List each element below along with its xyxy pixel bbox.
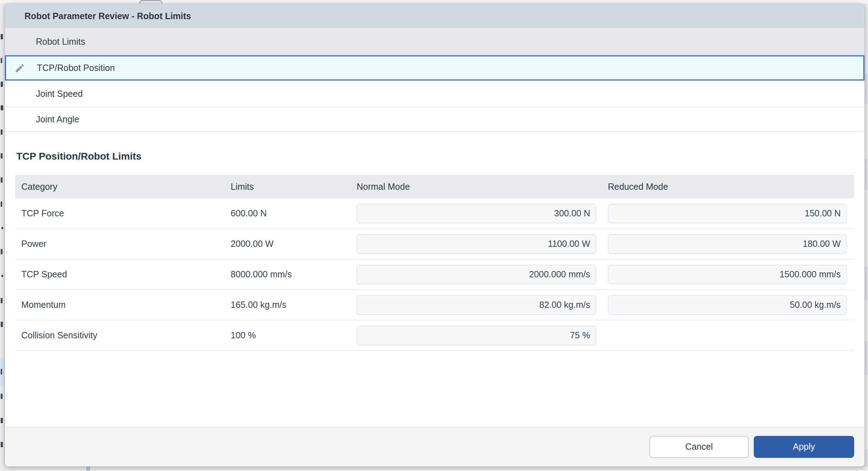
background-panel-fragment	[865, 74, 868, 104]
table-row: Collision Sensitivity 100 %	[15, 320, 854, 351]
background-text-fragment	[1, 227, 3, 229]
limit-value: 8000.000 mm/s	[231, 269, 357, 279]
nav-item-label: Joint Angle	[36, 114, 79, 124]
power-normal-input[interactable]	[357, 234, 596, 254]
background-panel-fragment	[865, 159, 868, 190]
background-text-fragment	[1, 82, 3, 87]
nav-item-joint-angle[interactable]: Joint Angle	[5, 107, 864, 132]
tcp-force-reduced-input[interactable]	[608, 204, 847, 223]
cancel-button[interactable]: Cancel	[649, 436, 749, 458]
apply-button[interactable]: Apply	[754, 436, 854, 458]
power-reduced-input[interactable]	[608, 234, 847, 254]
category-label: Momentum	[15, 300, 231, 310]
background-window-top-strip	[0, 0, 868, 4]
background-text-fragment	[1, 394, 2, 399]
background-text-fragment	[1, 322, 3, 327]
column-header-normal-mode: Normal Mode	[357, 182, 596, 192]
category-label: Collision Sensitivity	[15, 330, 231, 340]
edit-pencil-icon	[15, 63, 25, 73]
dialog-content: TCP Position/Robot Limits Category Limit…	[5, 132, 864, 427]
nav-item-robot-limits[interactable]: Robot Limits	[5, 28, 864, 55]
background-tab-bottom-fragment	[86, 467, 90, 471]
nav-group-label: Robot Limits	[36, 37, 85, 47]
category-label: TCP Force	[15, 208, 231, 218]
background-text-fragment	[1, 275, 3, 277]
category-label: TCP Speed	[15, 269, 231, 279]
table-header-row: Category Limits Normal Mode Reduced Mode	[15, 175, 854, 198]
background-text-fragment	[1, 442, 3, 447]
background-text-fragment	[1, 34, 3, 39]
column-header-reduced-mode: Reduced Mode	[608, 182, 847, 192]
robot-parameter-review-dialog: Robot Parameter Review - Robot Limits Ro…	[5, 4, 865, 467]
background-text-fragment	[1, 129, 2, 135]
background-text-fragment	[1, 201, 2, 207]
nav-item-tcp-robot-position[interactable]: TCP/Robot Position	[5, 55, 864, 81]
column-header-limits: Limits	[231, 182, 357, 192]
limit-value: 165.00 kg.m/s	[231, 300, 357, 310]
background-text-fragment	[1, 418, 3, 423]
collision-sensitivity-normal-input[interactable]	[357, 326, 596, 345]
tcp-force-normal-input[interactable]	[357, 204, 596, 223]
nav-item-label: TCP/Robot Position	[37, 63, 115, 73]
background-text-fragment	[1, 298, 2, 303]
nav-item-label: Joint Speed	[36, 89, 83, 99]
section-heading: TCP Position/Robot Limits	[16, 151, 854, 162]
tcp-speed-normal-input[interactable]	[357, 265, 596, 284]
nav-item-joint-speed[interactable]: Joint Speed	[5, 81, 864, 107]
background-text-fragment	[1, 153, 2, 159]
tcp-speed-reduced-input[interactable]	[608, 265, 847, 284]
category-label: Power	[15, 239, 231, 249]
background-panel-fragment	[865, 341, 868, 375]
table-row: Momentum 165.00 kg.m/s	[15, 290, 854, 320]
dialog-title: Robot Parameter Review - Robot Limits	[24, 11, 191, 21]
limit-value: 600.00 N	[231, 208, 357, 218]
momentum-normal-input[interactable]	[357, 295, 596, 315]
dialog-footer: Cancel Apply	[5, 427, 864, 466]
table-row: TCP Speed 8000.000 mm/s	[15, 259, 854, 290]
background-text-fragment	[1, 369, 2, 375]
background-text-fragment	[1, 58, 2, 63]
table-row: Power 2000.00 W	[15, 229, 854, 259]
background-text-fragment	[1, 105, 3, 110]
background-panel-fragment	[865, 450, 868, 467]
background-text-fragment	[1, 249, 2, 254]
background-text-fragment	[1, 177, 2, 183]
background-panel-fragment	[865, 267, 868, 300]
table-row: TCP Force 600.00 N	[15, 198, 854, 229]
limit-value: 100 %	[231, 330, 357, 340]
limit-value: 2000.00 W	[231, 239, 357, 249]
momentum-reduced-input[interactable]	[608, 295, 847, 315]
dialog-titlebar: Robot Parameter Review - Robot Limits	[5, 4, 864, 28]
column-header-category: Category	[15, 182, 231, 192]
